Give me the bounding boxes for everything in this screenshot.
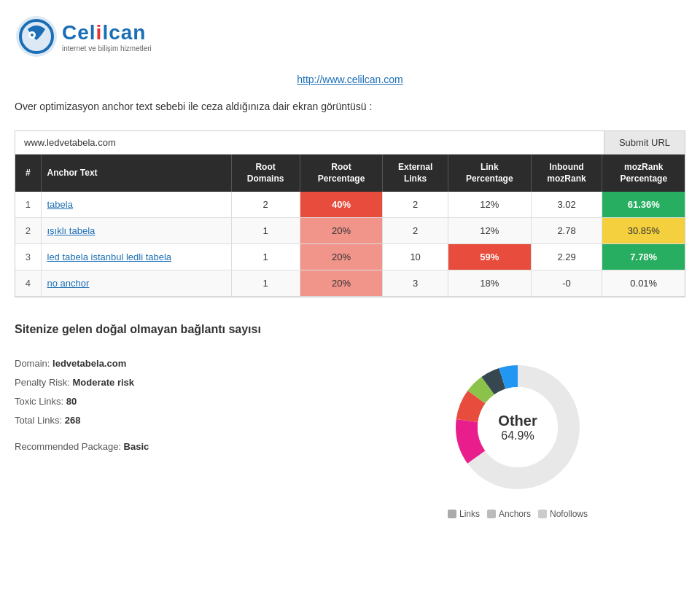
cell-root-pct: 40% [300,192,383,218]
col-root-percentage: RootPercentage [300,155,383,192]
chart-legend: Links Anchors Nofollows [448,509,588,519]
logo: Celilcan internet ve bilişim hizmetleri [15,15,152,58]
cell-anchor: tabela [41,192,231,218]
cell-link-pct: 59% [448,244,531,270]
cell-mozrank-pct: 0.01% [602,270,685,297]
col-inbound-mozrank: InboundmozRank [531,155,602,192]
anchor-text-table-container: Submit URL # Anchor Text RootDomains Roo… [15,130,685,297]
anchor-link[interactable]: led tabela istanbul ledli tabela [47,252,172,262]
cell-ext-links: 2 [383,218,448,244]
cell-ext-links: 3 [383,270,448,297]
donut-center: Other 64.9% [498,413,537,442]
cell-root-pct: 20% [300,244,383,270]
table-row: 2 ışıklı tabela 1 20% 2 12% 2.78 30.85% [15,218,685,244]
cell-inbound: -0 [531,270,602,297]
chart-section: Other 64.9% Links Anchors Nofollows [350,354,685,519]
col-external-links: ExternalLinks [383,155,448,192]
col-link-percentage: LinkPercentage [448,155,531,192]
anchor-link[interactable]: ışıklı tabela [47,225,96,236]
table-row: 3 led tabela istanbul ledli tabela 1 20%… [15,244,685,270]
penalty-line: Penalty Risk: Moderate risk [15,373,175,392]
cell-mozrank-pct: 7.78% [602,244,685,270]
cell-inbound: 2.78 [531,218,602,244]
col-mozrank-percentage: mozRankPercentage [602,155,685,192]
table-row: 1 tabela 2 40% 2 12% 3.02 61.36% [15,192,685,218]
cell-num: 4 [15,270,41,297]
website-url[interactable]: http://www.celilcan.com [297,74,403,85]
url-input[interactable] [15,131,604,154]
anchor-link[interactable]: tabela [47,199,73,210]
cell-ext-links: 2 [383,192,448,218]
legend-nofollows: Nofollows [538,509,588,519]
submit-url-button[interactable]: Submit URL [604,131,685,154]
domain-line: Domain: ledvetabela.com [15,354,175,373]
donut-chart: Other 64.9% [445,354,591,500]
cell-inbound: 3.02 [531,192,602,218]
col-anchor-text: Anchor Text [41,155,231,192]
cell-root-pct: 20% [300,218,383,244]
cell-mozrank-pct: 30.85% [602,218,685,244]
bottom-section: Domain: ledvetabela.com Penalty Risk: Mo… [15,354,685,519]
cell-mozrank-pct: 61.36% [602,192,685,218]
col-num: # [15,155,41,192]
table-header-row: # Anchor Text RootDomains RootPercentage… [15,155,685,192]
legend-anchors: Anchors [487,509,531,519]
cell-root-domains: 1 [231,218,300,244]
cell-num: 3 [15,244,41,270]
recommended-line: Recommended Package: Basic [15,437,175,456]
total-line: Total Links: 268 [15,411,175,430]
logo-text-block: Celilcan internet ve bilişim hizmetleri [62,21,152,52]
table-row: 4 no anchor 1 20% 3 18% -0 0.01% [15,270,685,297]
cell-inbound: 2.29 [531,244,602,270]
logo-icon [15,15,58,58]
section2-title: Sitenize gelen doğal olmayan bağlantı sa… [15,323,685,336]
cell-link-pct: 12% [448,192,531,218]
cell-root-pct: 20% [300,270,383,297]
cell-link-pct: 18% [448,270,531,297]
domain-info-block: Domain: ledvetabela.com Penalty Risk: Mo… [15,354,175,456]
cell-anchor: no anchor [41,270,231,297]
cell-anchor: led tabela istanbul ledli tabela [41,244,231,270]
toxic-line: Toxic Links: 80 [15,392,175,411]
logo-subtitle: internet ve bilişim hizmetleri [62,44,152,52]
page-header: Celilcan internet ve bilişim hizmetleri [15,15,685,58]
page-description: Over optimizasyon anchor text sebebi ile… [15,101,685,112]
cell-root-domains: 2 [231,192,300,218]
legend-links: Links [448,509,480,519]
cell-link-pct: 12% [448,218,531,244]
cell-anchor: ışıklı tabela [41,218,231,244]
anchor-link[interactable]: no anchor [47,278,90,289]
url-bar: Submit URL [15,131,685,155]
cell-ext-links: 10 [383,244,448,270]
cell-num: 1 [15,192,41,218]
anchor-text-table: # Anchor Text RootDomains RootPercentage… [15,155,685,297]
cell-num: 2 [15,218,41,244]
website-link-section: http://www.celilcan.com [15,73,685,86]
cell-root-domains: 1 [231,244,300,270]
svg-point-3 [31,34,34,36]
cell-root-domains: 1 [231,270,300,297]
col-root-domains: RootDomains [231,155,300,192]
